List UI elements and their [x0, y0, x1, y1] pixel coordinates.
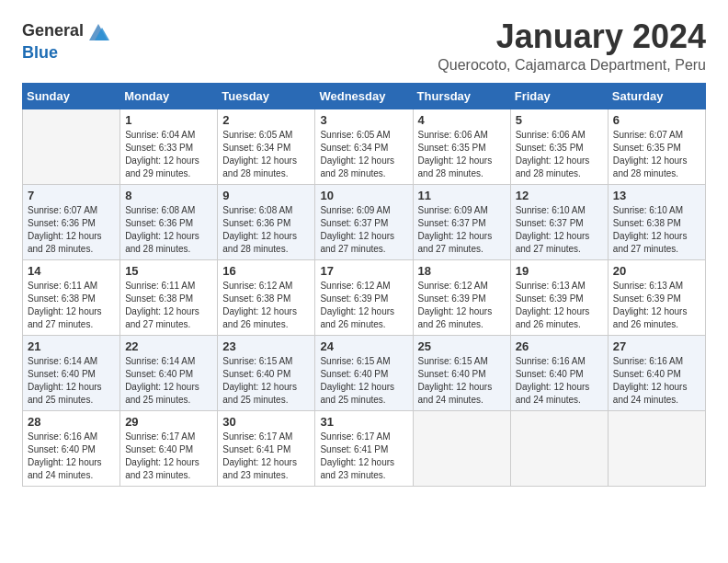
- page-header: General Blue January 2024 Querocoto, Caj…: [22, 18, 706, 74]
- day-number: 11: [418, 189, 506, 202]
- calendar-cell: 4Sunrise: 6:06 AM Sunset: 6:35 PM Daylig…: [413, 109, 510, 184]
- day-number: 4: [418, 113, 506, 127]
- calendar-cell: 5Sunrise: 6:06 AM Sunset: 6:35 PM Daylig…: [510, 109, 608, 184]
- day-number: 16: [222, 264, 310, 278]
- calendar-cell: 18Sunrise: 6:12 AM Sunset: 6:39 PM Dayli…: [413, 259, 510, 335]
- weekday-header: Sunday: [23, 83, 120, 109]
- day-number: 5: [516, 113, 603, 127]
- calendar-week-row: 14Sunrise: 6:11 AM Sunset: 6:38 PM Dayli…: [23, 259, 706, 335]
- calendar-week-row: 1Sunrise: 6:04 AM Sunset: 6:33 PM Daylig…: [23, 109, 706, 184]
- day-number: 25: [418, 339, 506, 353]
- cell-info: Sunrise: 6:06 AM Sunset: 6:35 PM Dayligh…: [418, 129, 506, 180]
- calendar-cell: [608, 410, 705, 486]
- cell-info: Sunrise: 6:10 AM Sunset: 6:37 PM Dayligh…: [516, 204, 603, 256]
- weekday-header: Thursday: [413, 83, 510, 109]
- cell-info: Sunrise: 6:06 AM Sunset: 6:35 PM Dayligh…: [516, 129, 603, 180]
- day-number: 6: [613, 113, 700, 127]
- day-number: 21: [28, 339, 115, 353]
- calendar-cell: 2Sunrise: 6:05 AM Sunset: 6:34 PM Daylig…: [218, 109, 315, 184]
- cell-info: Sunrise: 6:04 AM Sunset: 6:33 PM Dayligh…: [125, 129, 212, 180]
- calendar-cell: [413, 410, 510, 486]
- calendar-cell: 30Sunrise: 6:17 AM Sunset: 6:41 PM Dayli…: [218, 410, 315, 486]
- day-number: 8: [125, 189, 212, 202]
- calendar-cell: 29Sunrise: 6:17 AM Sunset: 6:40 PM Dayli…: [120, 410, 218, 486]
- calendar-cell: 6Sunrise: 6:07 AM Sunset: 6:35 PM Daylig…: [608, 109, 705, 184]
- calendar-week-row: 28Sunrise: 6:16 AM Sunset: 6:40 PM Dayli…: [23, 410, 706, 486]
- cell-info: Sunrise: 6:16 AM Sunset: 6:40 PM Dayligh…: [28, 431, 115, 482]
- weekday-header: Wednesday: [315, 83, 413, 109]
- calendar-table: SundayMondayTuesdayWednesdayThursdayFrid…: [22, 83, 706, 487]
- day-number: 30: [222, 415, 310, 429]
- cell-info: Sunrise: 6:14 AM Sunset: 6:40 PM Dayligh…: [125, 355, 212, 407]
- calendar-cell: 12Sunrise: 6:10 AM Sunset: 6:37 PM Dayli…: [510, 184, 608, 259]
- calendar-cell: 14Sunrise: 6:11 AM Sunset: 6:38 PM Dayli…: [23, 259, 120, 335]
- weekday-header: Monday: [120, 83, 218, 109]
- day-number: 14: [28, 264, 115, 278]
- calendar-cell: 23Sunrise: 6:15 AM Sunset: 6:40 PM Dayli…: [218, 335, 315, 410]
- day-number: 1: [125, 113, 212, 127]
- cell-info: Sunrise: 6:10 AM Sunset: 6:38 PM Dayligh…: [613, 204, 700, 256]
- day-number: 27: [613, 339, 700, 353]
- calendar-week-row: 21Sunrise: 6:14 AM Sunset: 6:40 PM Dayli…: [23, 335, 706, 410]
- calendar-cell: 20Sunrise: 6:13 AM Sunset: 6:39 PM Dayli…: [608, 259, 705, 335]
- cell-info: Sunrise: 6:09 AM Sunset: 6:37 PM Dayligh…: [418, 204, 506, 256]
- cell-info: Sunrise: 6:11 AM Sunset: 6:38 PM Dayligh…: [125, 280, 212, 331]
- day-number: 10: [320, 189, 407, 202]
- calendar-cell: 28Sunrise: 6:16 AM Sunset: 6:40 PM Dayli…: [23, 410, 120, 486]
- cell-info: Sunrise: 6:17 AM Sunset: 6:41 PM Dayligh…: [222, 431, 310, 482]
- day-number: 24: [320, 339, 407, 353]
- weekday-header: Tuesday: [218, 83, 315, 109]
- cell-info: Sunrise: 6:08 AM Sunset: 6:36 PM Dayligh…: [125, 204, 212, 256]
- cell-info: Sunrise: 6:05 AM Sunset: 6:34 PM Dayligh…: [222, 129, 310, 180]
- calendar-cell: 25Sunrise: 6:15 AM Sunset: 6:40 PM Dayli…: [413, 335, 510, 410]
- calendar-cell: 16Sunrise: 6:12 AM Sunset: 6:38 PM Dayli…: [218, 259, 315, 335]
- day-number: 12: [516, 189, 603, 202]
- cell-info: Sunrise: 6:11 AM Sunset: 6:38 PM Dayligh…: [28, 280, 115, 331]
- day-number: 20: [613, 264, 700, 278]
- calendar-cell: 26Sunrise: 6:16 AM Sunset: 6:40 PM Dayli…: [510, 335, 608, 410]
- cell-info: Sunrise: 6:17 AM Sunset: 6:41 PM Dayligh…: [320, 431, 407, 482]
- day-number: 19: [516, 264, 603, 278]
- day-number: 29: [125, 415, 212, 429]
- cell-info: Sunrise: 6:07 AM Sunset: 6:36 PM Dayligh…: [28, 204, 115, 256]
- calendar-cell: 17Sunrise: 6:12 AM Sunset: 6:39 PM Dayli…: [315, 259, 413, 335]
- day-number: 26: [516, 339, 603, 353]
- day-number: 2: [222, 113, 310, 127]
- day-number: 9: [222, 189, 310, 202]
- cell-info: Sunrise: 6:09 AM Sunset: 6:37 PM Dayligh…: [320, 204, 407, 256]
- day-number: 17: [320, 264, 407, 278]
- cell-info: Sunrise: 6:16 AM Sunset: 6:40 PM Dayligh…: [613, 355, 700, 407]
- calendar-cell: 7Sunrise: 6:07 AM Sunset: 6:36 PM Daylig…: [23, 184, 120, 259]
- title-area: January 2024 Querocoto, Cajamarca Depart…: [438, 18, 706, 74]
- header-row: SundayMondayTuesdayWednesdayThursdayFrid…: [23, 83, 706, 109]
- calendar-cell: 19Sunrise: 6:13 AM Sunset: 6:39 PM Dayli…: [510, 259, 608, 335]
- logo-icon: [85, 18, 111, 44]
- logo: General Blue: [22, 18, 111, 63]
- cell-info: Sunrise: 6:16 AM Sunset: 6:40 PM Dayligh…: [516, 355, 603, 407]
- calendar-cell: [23, 109, 120, 184]
- cell-info: Sunrise: 6:12 AM Sunset: 6:39 PM Dayligh…: [320, 280, 407, 331]
- cell-info: Sunrise: 6:15 AM Sunset: 6:40 PM Dayligh…: [418, 355, 506, 407]
- calendar-cell: 27Sunrise: 6:16 AM Sunset: 6:40 PM Dayli…: [608, 335, 705, 410]
- cell-info: Sunrise: 6:12 AM Sunset: 6:38 PM Dayligh…: [222, 280, 310, 331]
- cell-info: Sunrise: 6:12 AM Sunset: 6:39 PM Dayligh…: [418, 280, 506, 331]
- day-number: 15: [125, 264, 212, 278]
- cell-info: Sunrise: 6:15 AM Sunset: 6:40 PM Dayligh…: [320, 355, 407, 407]
- calendar-subtitle: Querocoto, Cajamarca Department, Peru: [438, 57, 706, 74]
- cell-info: Sunrise: 6:17 AM Sunset: 6:40 PM Dayligh…: [125, 431, 212, 482]
- day-number: 7: [28, 189, 115, 202]
- calendar-cell: 21Sunrise: 6:14 AM Sunset: 6:40 PM Dayli…: [23, 335, 120, 410]
- day-number: 13: [613, 189, 700, 202]
- calendar-cell: 9Sunrise: 6:08 AM Sunset: 6:36 PM Daylig…: [218, 184, 315, 259]
- calendar-cell: 22Sunrise: 6:14 AM Sunset: 6:40 PM Dayli…: [120, 335, 218, 410]
- day-number: 23: [222, 339, 310, 353]
- calendar-cell: 11Sunrise: 6:09 AM Sunset: 6:37 PM Dayli…: [413, 184, 510, 259]
- calendar-cell: 3Sunrise: 6:05 AM Sunset: 6:34 PM Daylig…: [315, 109, 413, 184]
- day-number: 28: [28, 415, 115, 429]
- cell-info: Sunrise: 6:08 AM Sunset: 6:36 PM Dayligh…: [222, 204, 310, 256]
- calendar-cell: [510, 410, 608, 486]
- weekday-header: Saturday: [608, 83, 705, 109]
- cell-info: Sunrise: 6:05 AM Sunset: 6:34 PM Dayligh…: [320, 129, 407, 180]
- calendar-cell: 15Sunrise: 6:11 AM Sunset: 6:38 PM Dayli…: [120, 259, 218, 335]
- calendar-week-row: 7Sunrise: 6:07 AM Sunset: 6:36 PM Daylig…: [23, 184, 706, 259]
